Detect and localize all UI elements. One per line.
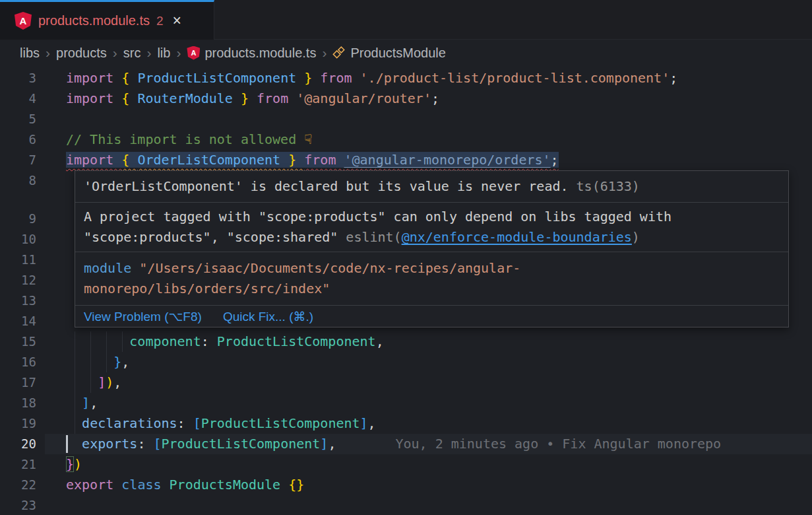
hover-text: ts(6133) bbox=[569, 178, 640, 194]
line-content: import { OrderListComponent } from '@ang… bbox=[45, 150, 812, 170]
tab-products-module[interactable]: A products.module.ts 2 × bbox=[0, 0, 214, 40]
breadcrumb-item-libs[interactable]: libs bbox=[20, 46, 40, 61]
hover-message-2: module "/Users/isaac/Documents/code/nx-r… bbox=[75, 252, 788, 306]
angular-file-icon: A bbox=[187, 46, 200, 60]
line-content: exports: [ProductListComponent],You, 2 m… bbox=[45, 434, 812, 454]
indent-guide bbox=[122, 331, 123, 352]
breadcrumb-item-lib[interactable]: lib bbox=[157, 46, 170, 61]
code-line-22[interactable]: 22export class ProductsModule {} bbox=[0, 475, 812, 495]
line-number: 16 bbox=[0, 352, 45, 372]
line-number: 13 bbox=[0, 291, 45, 311]
tab-error-count-badge: 2 bbox=[156, 14, 164, 28]
line-content: import { RouterModule } from '@angular/r… bbox=[45, 88, 812, 109]
code-line-17[interactable]: 17 ]), bbox=[0, 372, 812, 393]
line-number: 5 bbox=[0, 109, 45, 129]
line-content: declarations: [ProductListComponent], bbox=[45, 413, 812, 434]
line-content: export class ProductsModule {} bbox=[45, 475, 812, 495]
line-number: 9 bbox=[0, 209, 45, 229]
hover-text: ) bbox=[632, 229, 640, 245]
code-line-5[interactable]: 5 bbox=[0, 109, 812, 129]
line-content: import { ProductListComponent } from './… bbox=[45, 68, 812, 88]
close-icon[interactable]: × bbox=[173, 13, 181, 28]
breadcrumb-item-productsmodule[interactable]: ProductsModule bbox=[332, 46, 446, 61]
breadcrumb-label: src bbox=[123, 46, 141, 61]
hover-message-0: 'OrderListComponent' is declared but its… bbox=[75, 171, 788, 203]
indent-guide bbox=[75, 331, 75, 434]
code-line-19[interactable]: 19 declarations: [ProductListComponent], bbox=[0, 413, 812, 434]
breadcrumb-separator-icon: › bbox=[46, 45, 50, 61]
line-content: }, bbox=[45, 352, 812, 372]
hover-message-1: A project tagged with "scope:products" c… bbox=[75, 203, 788, 252]
indent-guide bbox=[106, 331, 107, 372]
breadcrumb-item-src[interactable]: src bbox=[123, 46, 141, 61]
line-number: 14 bbox=[0, 311, 45, 331]
code-line-16[interactable]: 16 }, bbox=[0, 352, 812, 372]
line-number: 19 bbox=[0, 413, 45, 434]
line-content bbox=[45, 109, 812, 129]
code-line-7[interactable]: 7import { OrderListComponent } from '@an… bbox=[0, 150, 812, 170]
code-line-6[interactable]: 6// This import is not allowed ☟ bbox=[0, 129, 812, 150]
line-number: 21 bbox=[0, 454, 45, 475]
breadcrumb-separator-icon: › bbox=[146, 45, 151, 61]
eslint-rule-link[interactable]: @nx/enforce-module-boundaries bbox=[402, 229, 632, 245]
indent-guide bbox=[90, 331, 91, 393]
breadcrumb-item-products[interactable]: products bbox=[56, 46, 107, 61]
breadcrumb-separator-icon: › bbox=[322, 45, 327, 61]
code-line-3[interactable]: 3import { ProductListComponent } from '.… bbox=[0, 68, 812, 88]
breadcrumb: libs›products›src›lib›Aproducts.module.t… bbox=[0, 40, 812, 66]
breadcrumb-separator-icon: › bbox=[176, 45, 181, 61]
line-number: 15 bbox=[0, 331, 45, 352]
tab-filename: products.module.ts bbox=[38, 13, 150, 28]
text-cursor bbox=[66, 435, 68, 453]
breadcrumb-item-products-module-ts[interactable]: Aproducts.module.ts bbox=[187, 46, 316, 61]
line-number: 22 bbox=[0, 475, 45, 495]
code-line-4[interactable]: 4import { RouterModule } from '@angular/… bbox=[0, 88, 812, 109]
breadcrumb-label: products bbox=[56, 46, 107, 61]
line-number: 6 bbox=[0, 129, 45, 150]
line-number: 17 bbox=[0, 372, 45, 393]
hover-text: module bbox=[84, 260, 139, 276]
breadcrumb-separator-icon: › bbox=[113, 45, 117, 61]
line-content: // This import is not allowed ☟ bbox=[45, 129, 812, 150]
hover-text: 'OrderListComponent' is declared but its… bbox=[84, 178, 569, 194]
line-number: 10 bbox=[0, 229, 45, 250]
hover-text: "/Users/isaac/Documents/code/nx-recipes/… bbox=[84, 260, 520, 296]
line-content bbox=[45, 495, 812, 515]
breadcrumb-label: ProductsModule bbox=[350, 46, 446, 61]
line-content: }) bbox=[45, 454, 812, 475]
line-number: 18 bbox=[0, 393, 45, 413]
line-number: 23 bbox=[0, 495, 45, 515]
quick-fix-button[interactable]: Quick Fix... (⌘.) bbox=[223, 309, 313, 324]
error-hover-popup: 'OrderListComponent' is declared but its… bbox=[75, 170, 789, 327]
code-line-23[interactable]: 23 bbox=[0, 495, 812, 515]
tab-bar: A products.module.ts 2 × bbox=[0, 0, 812, 40]
code-editor[interactable]: 3import { ProductListComponent } from '.… bbox=[0, 66, 812, 515]
view-problem-button[interactable]: View Problem (⌥F8) bbox=[84, 309, 202, 324]
code-line-18[interactable]: 18 ], bbox=[0, 393, 812, 413]
line-number: 7 bbox=[0, 150, 45, 170]
line-content: ]), bbox=[45, 372, 812, 393]
breadcrumb-label: libs bbox=[20, 46, 40, 61]
breadcrumb-label: lib bbox=[157, 46, 170, 61]
hover-text: eslint( bbox=[346, 229, 401, 245]
line-number: 3 bbox=[0, 68, 45, 88]
symbol-class-icon bbox=[332, 46, 346, 59]
line-number: 20 bbox=[0, 434, 45, 454]
hover-actions-bar: View Problem (⌥F8)Quick Fix... (⌘.) bbox=[75, 306, 788, 327]
line-number: 12 bbox=[0, 270, 45, 291]
code-line-21[interactable]: 21}) bbox=[0, 454, 812, 475]
line-content: ], bbox=[45, 393, 812, 413]
breadcrumb-label: products.module.ts bbox=[204, 46, 316, 61]
line-number: 4 bbox=[0, 88, 45, 109]
code-line-20[interactable]: 20 exports: [ProductListComponent],You, … bbox=[0, 434, 812, 454]
line-number: 11 bbox=[0, 250, 45, 270]
angular-file-icon: A bbox=[15, 12, 32, 30]
line-number: 8 bbox=[0, 170, 45, 191]
error-highlighted-statement: import { OrderListComponent } from '@ang… bbox=[66, 152, 559, 168]
git-blame-annotation: You, 2 minutes ago • Fix Angular monorep… bbox=[395, 436, 721, 452]
line-content: component: ProductListComponent, bbox=[45, 331, 812, 352]
